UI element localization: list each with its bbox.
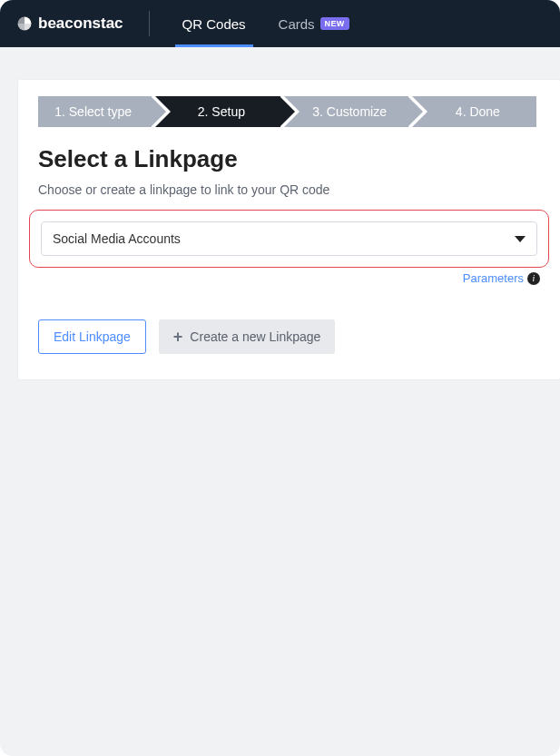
chevron-down-icon: [515, 236, 526, 242]
nav-cards[interactable]: Cards NEW: [262, 0, 366, 47]
main-area: Select a Linkpage Choose or create a lin…: [18, 127, 560, 379]
step-label: 3. Customize: [312, 104, 387, 119]
edit-linkpage-button[interactable]: Edit Linkpage: [38, 319, 146, 354]
page-title: Select a Linkpage: [38, 145, 540, 173]
step-customize[interactable]: 3. Customize: [284, 96, 408, 127]
select-value: Social Media Accounts: [53, 231, 181, 246]
app-frame: beaconstac QR Codes Cards NEW 1. Select …: [0, 0, 560, 756]
content-card: 1. Select type 2. Setup 3. Customize 4. …: [18, 80, 560, 379]
step-label: 1. Select type: [54, 104, 132, 119]
brand[interactable]: beaconstac: [16, 15, 123, 33]
page-desc: Choose or create a linkpage to link to y…: [38, 182, 540, 197]
brand-name: beaconstac: [38, 15, 123, 33]
nav-cards-label: Cards: [279, 16, 315, 32]
step-setup[interactable]: 2. Setup: [155, 96, 280, 127]
linkpage-select[interactable]: Social Media Accounts: [41, 221, 537, 256]
plus-icon: +: [173, 329, 183, 345]
badge-new: NEW: [320, 17, 349, 30]
nav-qr-label: QR Codes: [182, 16, 246, 32]
info-icon[interactable]: i: [527, 272, 540, 285]
divider: [149, 11, 150, 36]
nav-qr-codes[interactable]: QR Codes: [166, 0, 262, 47]
parameters-link[interactable]: Parameters: [463, 271, 524, 285]
select-highlight-box: Social Media Accounts: [29, 210, 549, 268]
step-label: 2. Setup: [198, 104, 245, 119]
brand-logo-icon: [16, 15, 33, 32]
create-linkpage-button[interactable]: + Create a new Linkpage: [159, 319, 336, 354]
step-select-type[interactable]: 1. Select type: [38, 96, 152, 127]
step-label: 4. Done: [456, 104, 500, 119]
parameters-row: Parameters i: [38, 271, 540, 285]
topbar: beaconstac QR Codes Cards NEW: [0, 0, 560, 47]
step-done[interactable]: 4. Done: [412, 96, 536, 127]
stepper: 1. Select type 2. Setup 3. Customize 4. …: [18, 80, 560, 127]
top-nav: QR Codes Cards NEW: [166, 0, 366, 47]
edit-label: Edit Linkpage: [54, 329, 131, 344]
create-label: Create a new Linkpage: [190, 329, 320, 344]
button-row: Edit Linkpage + Create a new Linkpage: [38, 319, 540, 354]
